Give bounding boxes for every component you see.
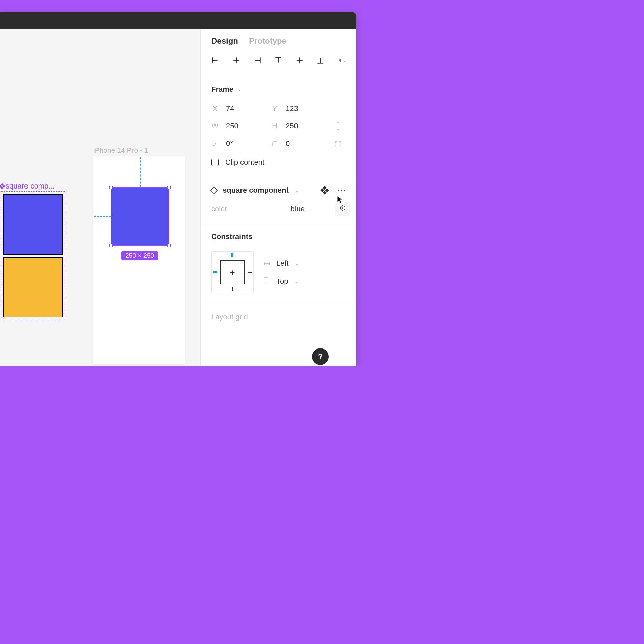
- corner-radius-icon: [271, 141, 278, 146]
- align-right-button[interactable]: [253, 56, 262, 65]
- clip-content-checkbox[interactable]: [211, 159, 219, 166]
- content-area: iPhone 14 Pro - 1 250 × 250 square comp.…: [0, 29, 356, 366]
- spacing-guide-horizontal: [94, 216, 111, 217]
- tab-prototype[interactable]: Prototype: [249, 36, 286, 47]
- component-name[interactable]: square component: [223, 186, 289, 195]
- frame-section-header[interactable]: Frame ⌄: [211, 85, 345, 94]
- vertical-constraint-icon: [264, 277, 270, 286]
- align-bottom-button[interactable]: [316, 56, 325, 65]
- chevron-down-icon: ⌄: [295, 261, 299, 266]
- w-label: W: [211, 122, 219, 130]
- layout-grid-section: Layout grid: [201, 303, 356, 325]
- component-more-button[interactable]: [338, 190, 345, 191]
- help-icon: ?: [318, 352, 323, 361]
- resize-handle-se[interactable]: [167, 244, 171, 247]
- w-field[interactable]: W250: [211, 122, 271, 130]
- component-set-icon: [0, 183, 5, 189]
- tab-design[interactable]: Design: [211, 36, 238, 47]
- constraint-v-value: Top: [276, 277, 288, 286]
- resize-handle-sw[interactable]: [109, 244, 113, 247]
- y-value: 123: [286, 104, 298, 113]
- panel-tabs: Design Prototype: [201, 29, 356, 47]
- component-set-label[interactable]: square comp...: [0, 182, 55, 191]
- horizontal-constraint-icon: [264, 259, 270, 268]
- component-section: square component ⌄ color blue ⌄: [201, 176, 356, 223]
- variant-blue[interactable]: [3, 194, 63, 255]
- x-value: 74: [226, 104, 234, 113]
- link-dimensions-button[interactable]: [331, 122, 345, 130]
- property-value-select[interactable]: blue ⌄: [290, 205, 312, 213]
- plus-icon: +: [230, 267, 235, 278]
- radius-value: 0: [286, 139, 290, 148]
- individual-corners-button[interactable]: [331, 140, 345, 147]
- tidy-up-button[interactable]: ⌄: [337, 56, 346, 65]
- mouse-cursor-icon: [337, 195, 343, 206]
- rotation-icon: [211, 141, 219, 147]
- component-set-frame[interactable]: [0, 191, 66, 320]
- constraint-h-value: Left: [276, 259, 289, 268]
- align-top-button[interactable]: [274, 56, 283, 65]
- rotation-value: 0°: [226, 139, 233, 148]
- constraint-right-tick: [248, 272, 252, 273]
- frame-section: Frame ⌄ X74 Y123 W250 H250 0° 0 Clip con: [201, 75, 356, 176]
- instance-icon: [210, 186, 218, 194]
- chevron-down-icon[interactable]: ⌄: [295, 187, 299, 193]
- constraint-inner-box: +: [220, 260, 245, 284]
- constraint-bottom-tick: [232, 287, 233, 291]
- svg-point-16: [342, 208, 343, 209]
- x-label: X: [211, 104, 219, 113]
- h-label: H: [271, 122, 278, 130]
- rotation-field[interactable]: 0°: [211, 139, 271, 148]
- artboard-label[interactable]: iPhone 14 Pro - 1: [93, 146, 148, 154]
- clip-content-label: Clip content: [225, 158, 264, 167]
- properties-panel: Design Prototype ⌄ Frame ⌄ X74: [200, 29, 356, 366]
- resize-handle-ne[interactable]: [167, 186, 171, 189]
- h-field[interactable]: H250: [271, 122, 331, 130]
- alignment-toolbar: ⌄: [201, 47, 356, 75]
- property-label: color: [211, 205, 284, 213]
- constraints-title: Constraints: [211, 232, 345, 241]
- design-canvas[interactable]: iPhone 14 Pro - 1 250 × 250 square comp.…: [0, 29, 200, 366]
- window-titlebar: [0, 12, 356, 29]
- align-vcenter-button[interactable]: [295, 56, 304, 65]
- chevron-down-icon: ⌄: [343, 58, 346, 63]
- y-label: Y: [271, 104, 278, 113]
- component-header: square component ⌄: [211, 186, 345, 195]
- help-button[interactable]: ?: [312, 348, 329, 365]
- h-value: 250: [286, 122, 298, 130]
- constraint-vertical-select[interactable]: Top ⌄: [264, 277, 299, 286]
- chevron-down-icon: ⌄: [294, 279, 298, 284]
- chevron-down-icon: ⌄: [308, 206, 312, 212]
- property-value-text: blue: [290, 205, 305, 213]
- constraint-horizontal-select[interactable]: Left ⌄: [264, 259, 299, 268]
- selection-size-badge: 250 × 250: [121, 251, 158, 260]
- selected-instance[interactable]: [111, 187, 169, 246]
- variant-gold[interactable]: [3, 257, 63, 318]
- radius-field[interactable]: 0: [271, 139, 331, 148]
- w-value: 250: [226, 122, 238, 130]
- spacing-guide-vertical: [140, 157, 141, 187]
- constraint-top-indicator: [231, 253, 233, 257]
- clip-content-row[interactable]: Clip content: [211, 158, 345, 167]
- frame-title-text: Frame: [211, 85, 233, 94]
- layout-grid-title: Layout grid: [211, 313, 248, 321]
- x-field[interactable]: X74: [211, 104, 271, 113]
- align-left-button[interactable]: [211, 56, 220, 65]
- frame-fields: X74 Y123 W250 H250 0° 0: [211, 104, 345, 148]
- constraint-left-indicator: [213, 271, 217, 273]
- constraints-section: Constraints + Left: [201, 223, 356, 303]
- chevron-down-icon: ⌄: [237, 87, 241, 92]
- align-hcenter-button[interactable]: [232, 56, 241, 65]
- app-window: iPhone 14 Pro - 1 250 × 250 square comp.…: [0, 12, 356, 366]
- go-to-main-component-button[interactable]: [320, 186, 329, 194]
- constraints-diagram[interactable]: +: [211, 251, 254, 293]
- component-set-label-text: square comp...: [6, 182, 55, 191]
- y-field[interactable]: Y123: [271, 104, 331, 113]
- property-row-color: color blue ⌄: [211, 205, 345, 213]
- resize-handle-nw[interactable]: [109, 186, 113, 189]
